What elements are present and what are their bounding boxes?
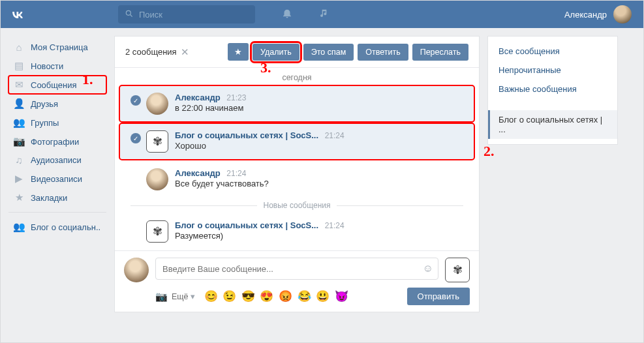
composer-avatar xyxy=(124,258,149,282)
sidebar-item-label: Закладки xyxy=(31,193,67,203)
app-header: Александр xyxy=(1,1,643,28)
messages-toolbar: 2 сообщения ✕ ★ Удалить Это спам Ответит… xyxy=(115,37,479,68)
message-author[interactable]: Блог о социальных сетях | SocS... xyxy=(175,220,318,230)
chevron-down-icon: ▾ xyxy=(191,291,195,301)
date-label: сегодня xyxy=(115,68,479,85)
rp-all[interactable]: Все сообщения xyxy=(488,42,617,61)
sidebar-item-label: Новости xyxy=(31,61,63,71)
message-text: в 22:00 начинаем xyxy=(175,103,465,113)
message-time: 21:23 xyxy=(226,93,246,102)
emoji[interactable]: 😃 xyxy=(316,290,330,303)
select-check[interactable]: ✓ xyxy=(129,95,142,106)
send-button[interactable]: Отправить xyxy=(407,288,470,305)
message-input[interactable] xyxy=(155,258,438,280)
rp-important[interactable]: Важные сообщения xyxy=(488,80,617,98)
message-composer: ☺ 📷 Ещё ▾ 😊 😉 😎 😍 😡 😂 xyxy=(115,250,479,312)
sidebar-item-label: Блог о социальн.. xyxy=(31,222,100,232)
message-row[interactable]: Блог о социальных сетях | SocS... 21:24 … xyxy=(120,214,474,249)
notifications-icon[interactable] xyxy=(281,7,293,22)
home-icon: ⌂ xyxy=(12,42,25,53)
emoji[interactable]: 😎 xyxy=(241,290,255,303)
emoji-picker-icon[interactable]: ☺ xyxy=(423,263,433,275)
message-row[interactable]: Александр 21:24 Все будет участвовать? xyxy=(120,162,474,197)
sidebar-item-label: Видеозаписи xyxy=(31,174,82,184)
current-user-avatar xyxy=(613,5,632,23)
sidebar-item-label: Друзья xyxy=(31,99,58,109)
sidebar-item-label: Аудиозаписи xyxy=(31,155,82,165)
select-check[interactable]: ✓ xyxy=(129,133,142,143)
sidebar-item-bookmarks[interactable]: ★Закладки xyxy=(8,188,106,207)
message-author[interactable]: Блог о социальных сетях | SocS... xyxy=(175,130,318,140)
message-row[interactable]: ✓ Блог о социальных сетях | SocS... 21:2… xyxy=(120,124,474,159)
sidebar-item-news[interactable]: ▤Новости xyxy=(8,57,106,75)
vk-logo[interactable] xyxy=(8,5,27,23)
emoji[interactable]: 😍 xyxy=(260,290,273,303)
more-attachments[interactable]: Ещё ▾ xyxy=(172,291,195,301)
avatar[interactable] xyxy=(146,130,168,153)
sidebar-item-my-page[interactable]: ⌂Моя Страница xyxy=(8,38,106,56)
friends-icon: 👤 xyxy=(12,98,25,110)
sidebar-item-friends[interactable]: 👤Друзья xyxy=(8,95,106,113)
current-user-name: Александр xyxy=(564,10,607,20)
svg-point-0 xyxy=(126,10,130,15)
emoji[interactable]: 😊 xyxy=(204,290,218,303)
message-time: 21:24 xyxy=(325,131,345,140)
message-time: 21:24 xyxy=(325,221,345,230)
selection-count: 2 сообщения xyxy=(125,47,177,57)
sidebar-item-messages[interactable]: ✉Сообщения xyxy=(8,76,106,94)
emoji[interactable]: 😈 xyxy=(335,290,348,303)
messages-icon: ✉ xyxy=(12,79,25,91)
camera-icon: 📷 xyxy=(12,136,25,147)
messages-panel: 2 сообщения ✕ ★ Удалить Это спам Ответит… xyxy=(114,36,480,312)
clear-selection[interactable]: ✕ xyxy=(181,46,189,58)
star-button[interactable]: ★ xyxy=(228,43,249,61)
avatar[interactable] xyxy=(146,168,168,190)
sidebar-item-video[interactable]: ▶Видеозаписи xyxy=(8,170,106,188)
delete-button[interactable]: Удалить xyxy=(253,44,299,61)
svg-line-1 xyxy=(130,14,132,16)
sidebar-item-audio[interactable]: ♫Аудиозаписи xyxy=(8,151,106,169)
emoji[interactable]: 😉 xyxy=(222,290,236,303)
message-text: Хорошо xyxy=(175,141,465,151)
audio-icon: ♫ xyxy=(12,155,25,166)
current-user[interactable]: Александр xyxy=(564,5,632,23)
sidebar-item-label: Группы xyxy=(31,118,59,128)
groups-icon: 👥 xyxy=(12,117,25,128)
search-box[interactable] xyxy=(118,5,255,23)
spam-button[interactable]: Это спам xyxy=(303,44,354,61)
recipient-avatar[interactable] xyxy=(445,258,470,282)
quick-emoji-row: 😊 😉 😎 😍 😡 😂 😃 😈 xyxy=(204,290,351,303)
message-text: Разумеется) xyxy=(175,231,465,241)
sidebar-item-label: Моя Страница xyxy=(31,42,88,52)
message-author[interactable]: Александр xyxy=(175,168,221,178)
left-sidebar: ⌂Моя Страница ▤Новости ✉Сообщения 👤Друзь… xyxy=(8,36,106,312)
avatar[interactable] xyxy=(146,93,168,115)
attach-icon[interactable]: 📷 xyxy=(155,291,168,303)
sidebar-item-blog[interactable]: 👥Блог о социальн.. xyxy=(8,218,106,236)
message-author[interactable]: Александр xyxy=(175,93,221,102)
star-icon: ★ xyxy=(12,192,25,203)
sidebar-divider xyxy=(8,212,106,213)
reply-button[interactable]: Ответить xyxy=(358,44,408,61)
search-icon xyxy=(125,9,134,20)
community-icon: 👥 xyxy=(12,221,25,233)
sidebar-item-groups[interactable]: 👥Группы xyxy=(8,113,106,132)
music-icon[interactable] xyxy=(319,8,330,22)
news-icon: ▤ xyxy=(12,60,25,72)
emoji[interactable]: 😡 xyxy=(279,290,292,303)
message-row[interactable]: ✓ Александр 21:23 в 22:00 начинаем xyxy=(120,86,474,121)
new-messages-divider: Новые сообщения xyxy=(115,198,479,213)
forward-button[interactable]: Переслать xyxy=(412,44,468,61)
emoji[interactable]: 😂 xyxy=(298,290,311,303)
avatar[interactable] xyxy=(146,220,168,243)
message-time: 21:24 xyxy=(226,169,246,178)
rp-blog[interactable]: Блог о социальных сетях | ... xyxy=(488,110,617,139)
rp-unread[interactable]: Непрочитанные xyxy=(488,61,617,80)
sidebar-item-label: Фотографии xyxy=(31,137,79,147)
dialogs-filter-panel: Все сообщения Непрочитанные Важные сообщ… xyxy=(487,36,618,145)
search-input[interactable] xyxy=(139,10,237,20)
video-icon: ▶ xyxy=(12,173,25,185)
sidebar-item-label: Сообщения xyxy=(31,80,77,90)
message-text: Все будет участвовать? xyxy=(175,179,465,188)
sidebar-item-photos[interactable]: 📷Фотографии xyxy=(8,132,106,151)
